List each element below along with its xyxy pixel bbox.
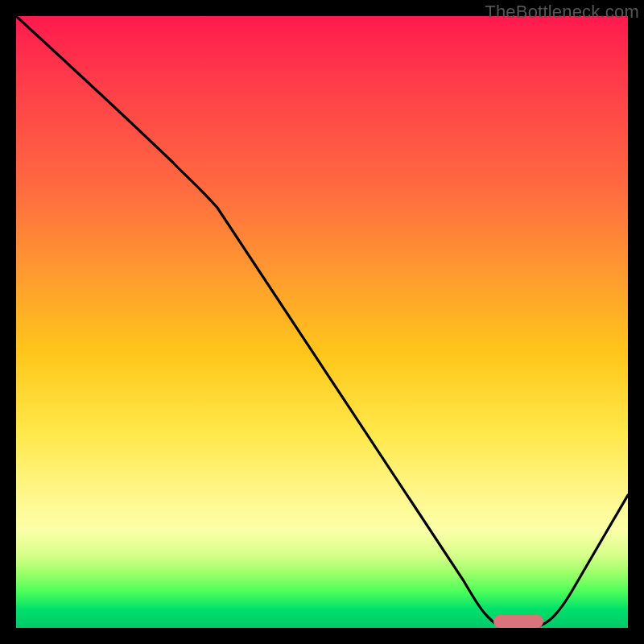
chart-curve-svg — [16, 16, 628, 628]
watermark-text: TheBottleneck.com — [485, 2, 639, 23]
optimal-range-marker — [493, 615, 543, 628]
chart-frame — [16, 16, 628, 628]
bottleneck-curve — [16, 16, 628, 626]
